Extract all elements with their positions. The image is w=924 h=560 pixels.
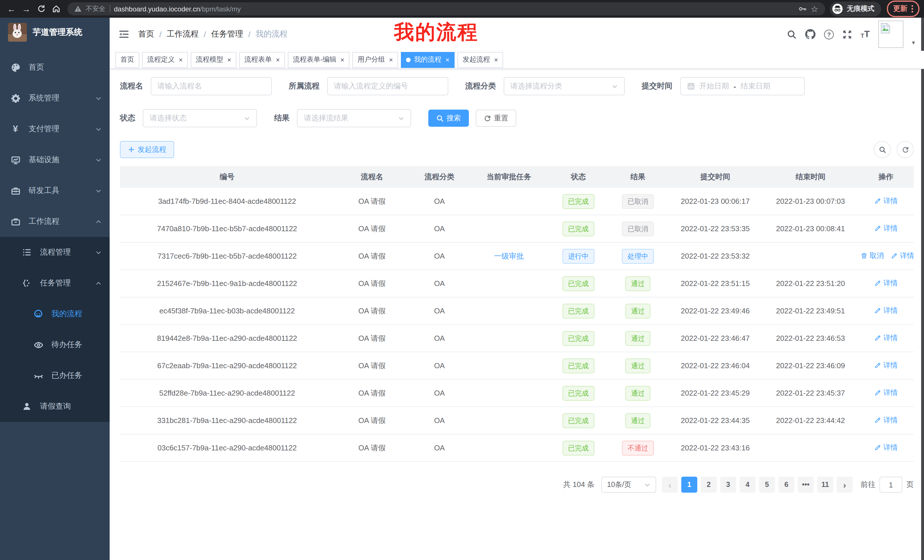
address-bar[interactable]: 不安全 dashboard.yudao.iocoder.cn/bpm/task/…: [68, 2, 825, 15]
page-button-5[interactable]: 5: [759, 477, 775, 493]
page-ellipsis[interactable]: •••: [798, 477, 814, 493]
page-size-select[interactable]: 10条/页: [602, 477, 656, 493]
page-scrollbar[interactable]: [921, 18, 924, 560]
cell-end-time: 2022-01-22 23:45:37: [763, 379, 858, 407]
url-text[interactable]: dashboard.yudao.iocoder.cn/bpm/task/my: [114, 5, 241, 13]
browser-back-icon[interactable]: ←: [4, 2, 18, 16]
bookmark-star-icon[interactable]: ☆: [811, 4, 818, 14]
current-task-link[interactable]: 一级审批: [494, 252, 524, 260]
browser-reload-icon[interactable]: [34, 2, 48, 16]
detail-link[interactable]: 详情: [874, 279, 898, 288]
tab-close-icon[interactable]: ×: [276, 56, 280, 63]
page-button-1[interactable]: 1: [681, 477, 697, 493]
sidebar-item-todo-task[interactable]: 待办任务: [0, 329, 110, 360]
page-button-4[interactable]: 4: [740, 477, 756, 493]
browser-home-icon[interactable]: [49, 2, 63, 16]
sidebar-item-process-manage[interactable]: 流程管理: [0, 237, 110, 268]
detail-link[interactable]: 详情: [874, 224, 898, 234]
detail-link[interactable]: 详情: [874, 443, 898, 453]
tab-close-icon[interactable]: ×: [494, 56, 498, 63]
password-key-icon[interactable]: [798, 4, 807, 13]
search-icon[interactable]: [787, 29, 796, 39]
browser-update-button[interactable]: 更新: [887, 1, 920, 17]
show-search-button[interactable]: [874, 141, 891, 158]
browser-menu-icon[interactable]: [911, 5, 913, 13]
page-button-11[interactable]: 11: [817, 477, 833, 493]
cell-result: 通过: [608, 297, 668, 325]
tab-流程表单[interactable]: 流程表单×: [239, 52, 285, 67]
font-size-icon[interactable]: TT: [861, 30, 870, 39]
page-button-2[interactable]: 2: [701, 477, 717, 493]
start-process-button[interactable]: 发起流程: [120, 141, 174, 158]
user-icon: [22, 401, 32, 412]
reset-button[interactable]: 重置: [476, 109, 516, 127]
detail-link[interactable]: 详情: [891, 251, 914, 261]
sidebar-item-workflow[interactable]: 工作流程: [0, 206, 110, 237]
page-button-6[interactable]: 6: [778, 477, 794, 493]
cell-current-task: [469, 352, 549, 379]
sidebar-item-system[interactable]: 系统管理: [0, 83, 110, 114]
result-select[interactable]: 请选择流结果: [297, 109, 411, 127]
cell-status: 已完成: [549, 407, 608, 434]
tab-流程定义[interactable]: 流程定义×: [142, 52, 188, 67]
column-header: 流程分类: [410, 166, 470, 188]
cell-current-task: [469, 379, 549, 407]
detail-link[interactable]: 详情: [874, 388, 898, 398]
github-icon[interactable]: [805, 29, 816, 39]
refresh-table-button[interactable]: [897, 141, 914, 158]
tab-close-icon[interactable]: ×: [179, 56, 183, 63]
breadcrumb-item[interactable]: 首页: [138, 29, 154, 39]
process-category-select[interactable]: 请选择流程分类: [503, 77, 624, 95]
app-logo-row[interactable]: 芋道管理系统: [0, 18, 110, 46]
not-secure-warning-icon[interactable]: [74, 5, 82, 13]
detail-link[interactable]: 详情: [874, 361, 898, 370]
detail-link[interactable]: 详情: [874, 416, 898, 425]
cell-actions: 详情: [858, 215, 914, 242]
sidebar-item-done-task[interactable]: 已办任务: [0, 360, 110, 391]
chevron-down-icon: [95, 157, 102, 163]
detail-link[interactable]: 详情: [874, 306, 898, 316]
tab-close-icon[interactable]: ×: [340, 56, 344, 63]
cell-status: 已完成: [549, 297, 608, 325]
sidebar-item-payment[interactable]: ¥支付管理: [0, 114, 110, 144]
sidebar-item-leave-query[interactable]: 请假查询: [0, 391, 110, 422]
help-icon[interactable]: ?: [824, 29, 834, 39]
tab-close-icon[interactable]: ×: [389, 56, 393, 63]
cell-process-name: OA 请假: [334, 242, 410, 270]
tab-流程模型[interactable]: 流程模型×: [191, 52, 236, 67]
sidebar-collapse-icon[interactable]: [119, 29, 129, 39]
chevron-down-icon[interactable]: ▾: [912, 39, 915, 46]
sidebar-item-task-manage[interactable]: 任务管理: [0, 268, 110, 298]
tab-我的流程[interactable]: 我的流程×: [401, 52, 454, 67]
breadcrumb-item[interactable]: 任务管理: [211, 29, 243, 39]
breadcrumb: 首页/工作流程/任务管理/我的流程: [138, 29, 288, 39]
sidebar-item-devtools[interactable]: 研发工具: [0, 175, 110, 206]
prev-page-button[interactable]: ‹: [662, 477, 678, 493]
chevron-down-icon: [611, 83, 618, 89]
sidebar-item-infra[interactable]: 基础设施: [0, 144, 110, 175]
sidebar-item-my-process[interactable]: 我的流程: [0, 298, 110, 329]
tab-close-icon[interactable]: ×: [227, 56, 231, 63]
search-button[interactable]: 搜索: [428, 109, 469, 127]
detail-link[interactable]: 详情: [874, 333, 898, 343]
tab-用户分组[interactable]: 用户分组×: [352, 52, 398, 67]
detail-link[interactable]: 详情: [874, 196, 898, 206]
page-button-3[interactable]: 3: [720, 477, 736, 493]
submit-time-range-picker[interactable]: 开始日期 - 结束日期: [680, 77, 804, 95]
fullscreen-icon[interactable]: [842, 29, 852, 39]
next-page-button[interactable]: ›: [837, 477, 853, 493]
status-select[interactable]: 请选择状态: [143, 109, 257, 127]
tab-发起流程[interactable]: 发起流程×: [458, 52, 503, 67]
jump-page-input[interactable]: [879, 477, 902, 493]
tab-流程表单-编辑[interactable]: 流程表单-编辑×: [288, 52, 350, 67]
sidebar-item-home[interactable]: 首页: [0, 52, 110, 83]
tab-close-icon[interactable]: ×: [446, 56, 449, 63]
cancel-link[interactable]: 取消: [860, 251, 884, 261]
breadcrumb-item[interactable]: 工作流程: [167, 29, 199, 39]
process-name-input[interactable]: 请输入流程名: [150, 77, 272, 95]
sidebar: 芋道管理系统 首页系统管理¥支付管理基础设施研发工具工作流程流程管理任务管理我的…: [0, 18, 110, 560]
avatar[interactable]: [878, 21, 903, 48]
tab-首页[interactable]: 首页: [116, 52, 140, 67]
process-definition-input[interactable]: 请输入流程定义的编号: [327, 77, 448, 95]
browser-forward-icon[interactable]: →: [20, 2, 33, 16]
